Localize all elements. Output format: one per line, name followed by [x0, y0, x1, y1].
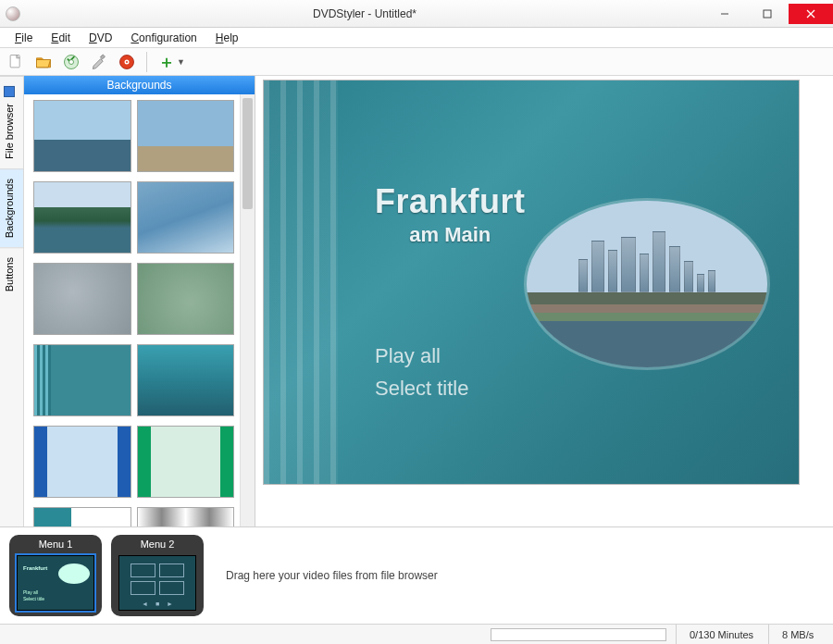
- open-project-button[interactable]: [31, 50, 56, 74]
- svg-point-11: [126, 60, 128, 62]
- backgrounds-panel: Backgrounds: [24, 76, 255, 526]
- menu-link-select-title[interactable]: Select title: [375, 372, 469, 404]
- tab-label: Backgrounds: [4, 179, 15, 238]
- background-thumb[interactable]: [33, 426, 131, 498]
- close-button[interactable]: [789, 4, 833, 24]
- window-title: DVDStyler - Untitled*: [26, 7, 703, 20]
- scrollbar-thumb[interactable]: [242, 98, 253, 209]
- work-area: File browser Backgrounds Buttons Backgro…: [0, 76, 833, 526]
- menu-configuration[interactable]: Configuration: [121, 31, 205, 45]
- title-bar: DVDStyler - Untitled*: [0, 0, 833, 28]
- status-speed: 8 MB/s: [768, 625, 833, 644]
- menu-file[interactable]: File: [6, 31, 42, 45]
- menu-title-sub: am Main: [375, 223, 526, 247]
- timeline-drop-hint: Drag here your video files from file bro…: [213, 569, 824, 582]
- background-thumb[interactable]: [33, 263, 131, 335]
- toolbar-separator: [146, 52, 147, 72]
- canvas-stripes-decor: [264, 80, 338, 484]
- maximize-button[interactable]: [746, 4, 789, 24]
- background-thumb[interactable]: [137, 100, 235, 172]
- backgrounds-scrollbar[interactable]: [240, 94, 255, 526]
- background-thumb[interactable]: [137, 507, 235, 526]
- window-controls: [703, 4, 833, 24]
- tab-label: Buttons: [4, 257, 15, 291]
- menu-links: Play all Select title: [375, 340, 469, 404]
- menu-bar: File Edit DVD Configuration Help: [0, 28, 833, 48]
- settings-button[interactable]: [87, 50, 111, 74]
- timeline-menu-1[interactable]: Menu 1 Frankfurt Play allSelect title: [9, 535, 102, 616]
- add-menu-button[interactable]: ＋ ▼: [155, 51, 189, 73]
- new-project-button[interactable]: [4, 50, 28, 74]
- menu-link-play-all[interactable]: Play all: [375, 340, 469, 372]
- backgrounds-panel-header: Backgrounds: [24, 76, 255, 94]
- menu-edit[interactable]: Edit: [42, 31, 80, 45]
- timeline-menu-thumb: ◄■►: [118, 555, 196, 611]
- backgrounds-scroll: [24, 94, 255, 526]
- tab-backgrounds[interactable]: Backgrounds: [0, 168, 23, 247]
- tab-label: File browser: [4, 104, 15, 159]
- menu-help[interactable]: Help: [206, 31, 248, 45]
- menu-title-main: Frankfurt: [375, 182, 526, 221]
- background-thumb[interactable]: [137, 426, 235, 498]
- background-thumb[interactable]: [33, 100, 131, 172]
- minimize-button[interactable]: [703, 4, 746, 24]
- status-bar: 0/130 Minutes 8 MB/s: [0, 624, 833, 644]
- chevron-down-icon: ▼: [177, 57, 185, 67]
- timeline-strip[interactable]: Menu 1 Frankfurt Play allSelect title Me…: [0, 526, 833, 624]
- svg-rect-8: [100, 54, 105, 58]
- preview-area: Frankfurt am Main Play all Select title: [255, 76, 833, 526]
- tab-file-browser[interactable]: File browser: [0, 76, 23, 168]
- oval-skyline: [551, 237, 743, 292]
- timeline-menu-thumb: Frankfurt Play allSelect title: [17, 555, 94, 611]
- svg-point-7: [69, 59, 74, 64]
- svg-rect-1: [764, 10, 771, 18]
- timeline-menu-label: Menu 2: [141, 539, 175, 551]
- tab-buttons[interactable]: Buttons: [0, 247, 23, 301]
- timeline-menu-label: Menu 1: [39, 539, 73, 551]
- background-thumb[interactable]: [137, 344, 235, 416]
- status-minutes: 0/130 Minutes: [676, 625, 768, 644]
- toolbar: ＋ ▼: [0, 48, 833, 76]
- side-tabs: File browser Backgrounds Buttons: [0, 76, 24, 526]
- background-thumb[interactable]: [33, 507, 131, 526]
- disc-usage-progress: [491, 628, 666, 641]
- plus-icon: ＋: [158, 51, 175, 73]
- menu-canvas[interactable]: Frankfurt am Main Play all Select title: [263, 80, 800, 485]
- backgrounds-grid: [24, 94, 240, 526]
- background-thumb[interactable]: [137, 263, 235, 335]
- background-thumb[interactable]: [33, 344, 131, 416]
- menu-title-block[interactable]: Frankfurt am Main: [375, 182, 526, 247]
- timeline-menu-2[interactable]: Menu 2 ◄■►: [111, 535, 204, 616]
- background-thumb[interactable]: [137, 181, 235, 254]
- save-project-button[interactable]: [59, 50, 83, 74]
- app-icon: [6, 6, 20, 21]
- background-thumb[interactable]: [33, 181, 131, 254]
- burn-disc-button[interactable]: [115, 50, 139, 74]
- menu-oval-image[interactable]: [527, 201, 767, 367]
- menu-dvd[interactable]: DVD: [80, 31, 121, 45]
- folder-icon: [4, 86, 15, 97]
